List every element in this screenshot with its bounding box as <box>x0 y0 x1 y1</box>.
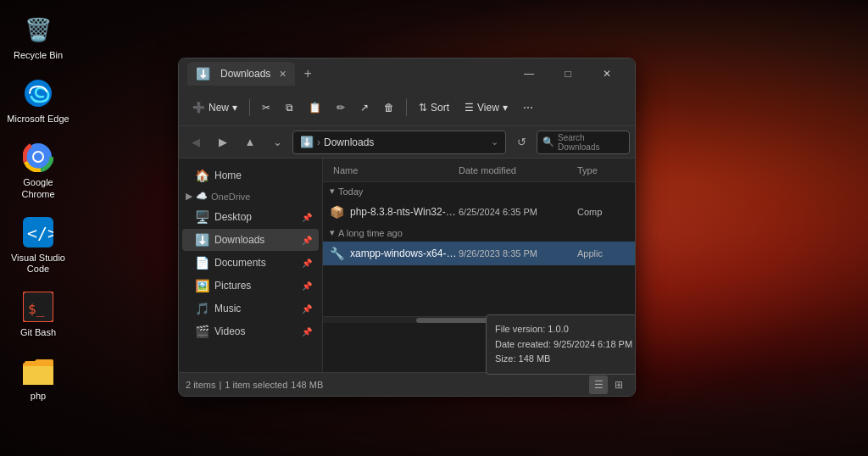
view-icon: ☰ <box>465 102 474 114</box>
delete-button[interactable]: 🗑 <box>377 94 401 121</box>
file-date-xampp: 9/26/2023 8:35 PM <box>459 248 577 259</box>
more-button[interactable]: ⋯ <box>516 94 540 121</box>
documents-pin-icon: 📌 <box>302 259 312 268</box>
php-folder-icon <box>21 353 55 387</box>
forward-button[interactable]: ▶ <box>211 131 235 154</box>
file-tooltip: File version: 1.0.0 Date created: 9/25/2… <box>486 314 635 372</box>
col-header-type[interactable]: Type <box>577 165 628 175</box>
path-separator: › <box>317 136 320 148</box>
new-button[interactable]: ➕ New ▾ <box>186 94 244 121</box>
desktop-sidebar-icon: 🖥️ <box>194 210 209 224</box>
search-icon: 🔍 <box>542 136 554 147</box>
videos-pin-icon: 📌 <box>302 327 312 336</box>
view-button[interactable]: ☰ View ▾ <box>458 94 515 121</box>
new-tab-button[interactable]: + <box>298 66 316 81</box>
sort-button[interactable]: ⇅ Sort <box>412 94 456 121</box>
pictures-pin-icon: 📌 <box>302 281 312 291</box>
content-area: 🏠 Home ▶ ☁️ OneDrive 🖥️ Desktop 📌 ⬇️ Dow… <box>179 158 635 372</box>
php-file-icon: 📦 <box>330 205 345 219</box>
tab-close-button[interactable]: ✕ <box>279 69 287 80</box>
desktop-pin-icon: 📌 <box>302 213 312 222</box>
cut-button[interactable]: ✂ <box>255 94 277 121</box>
details-view-button[interactable]: ☰ <box>589 375 608 394</box>
php-label: php <box>31 391 46 402</box>
new-label: New <box>209 102 229 114</box>
sidebar-item-home[interactable]: 🏠 Home <box>182 164 319 186</box>
downloads-pin-icon: 📌 <box>302 236 312 245</box>
file-date-php: 6/25/2024 6:35 PM <box>459 207 577 217</box>
sidebar-item-videos[interactable]: 🎬 Videos 📌 <box>182 320 319 342</box>
share-icon: ↗ <box>360 102 369 114</box>
back-button[interactable]: ◀ <box>184 131 208 154</box>
group-expand-today: ▾ <box>330 186 335 197</box>
sidebar-home-label: Home <box>214 170 242 181</box>
toolbar: ➕ New ▾ ✂ ⧉ 📋 ✏ ↗ 🗑 ⇅ Sort ☰ View <box>179 89 635 126</box>
home-icon: 🏠 <box>194 169 209 182</box>
group-header-old: ▾ A long time ago <box>323 224 635 242</box>
column-headers: Name Date modified Type <box>323 158 635 182</box>
desktop-icon-edge[interactable]: Microsoft Edge <box>7 76 70 125</box>
rename-icon: ✏ <box>337 102 345 114</box>
sidebar-item-downloads[interactable]: ⬇️ Downloads 📌 <box>182 229 319 251</box>
tab-title: Downloads <box>220 68 270 80</box>
edge-label: Microsoft Edge <box>7 114 69 125</box>
tiles-view-button[interactable]: ⊞ <box>609 375 628 394</box>
chrome-label: Google Chrome <box>7 177 70 199</box>
col-header-date[interactable]: Date modified <box>459 165 577 175</box>
svg-text:$_: $_ <box>28 301 45 317</box>
explorer-window: ⬇️ Downloads ✕ + — □ ✕ ➕ New ▾ ✂ ⧉ 📋 <box>178 58 636 397</box>
view-chevron: ▾ <box>503 102 508 114</box>
desktop-icon-gitbash[interactable]: $_ Git Bash <box>7 290 70 338</box>
file-name-xampp: xampp-windows-x64-8.2.4-0-VS16-installer <box>350 247 459 259</box>
sidebar-item-music[interactable]: 🎵 Music 📌 <box>182 298 319 320</box>
gitbash-label: Git Bash <box>20 327 56 338</box>
copy-button[interactable]: ⧉ <box>279 94 300 121</box>
up-button[interactable]: ▲ <box>238 131 262 154</box>
edge-icon <box>21 76 55 110</box>
address-bar: ◀ ▶ ▲ ⌄ ⬇️ › Downloads ⌄ ↺ 🔍 Search Down… <box>179 126 635 158</box>
desktop-icon-vscode[interactable]: </> Visual Studio Code <box>7 215 70 275</box>
address-path-bar[interactable]: ⬇️ › Downloads ⌄ <box>292 131 506 154</box>
maximize-button[interactable]: □ <box>548 58 587 89</box>
paste-button[interactable]: 📋 <box>302 94 328 121</box>
recycle-bin-label: Recycle Bin <box>14 50 63 61</box>
sidebar-onedrive-section[interactable]: ▶ ☁️ OneDrive <box>179 187 322 205</box>
sidebar-item-desktop[interactable]: 🖥️ Desktop 📌 <box>182 206 319 228</box>
documents-label: Documents <box>214 257 266 269</box>
desktop-icons: 🗑️ Recycle Bin Microsoft Edge Google Chr… <box>0 0 76 456</box>
table-row[interactable]: 🔧 xampp-windows-x64-8.2.4-0-VS16-install… <box>323 242 635 265</box>
close-button[interactable]: ✕ <box>587 58 626 89</box>
documents-icon: 📄 <box>194 256 209 270</box>
rename-button[interactable]: ✏ <box>330 94 352 121</box>
onedrive-icon: ☁️ <box>196 191 208 202</box>
sidebar-item-documents[interactable]: 📄 Documents 📌 <box>182 252 319 274</box>
group-label-old: A long time ago <box>338 228 403 238</box>
col-header-name[interactable]: Name <box>330 165 459 175</box>
videos-icon: 🎬 <box>194 325 209 338</box>
search-box[interactable]: 🔍 Search Downloads <box>537 131 630 154</box>
share-button[interactable]: ↗ <box>353 94 376 121</box>
recycle-bin-icon: 🗑️ <box>21 13 55 47</box>
sidebar-item-pictures[interactable]: 🖼️ Pictures 📌 <box>182 275 319 297</box>
gitbash-icon: $_ <box>21 290 55 324</box>
minimize-button[interactable]: — <box>509 58 548 89</box>
status-bar: 2 items | 1 item selected 148 MB ☰ ⊞ <box>179 372 635 396</box>
xampp-file-icon: 🔧 <box>330 247 345 260</box>
desktop-icon-recycle-bin[interactable]: 🗑️ Recycle Bin <box>7 13 70 61</box>
pictures-icon: 🖼️ <box>194 279 209 292</box>
copy-icon: ⧉ <box>286 102 293 114</box>
desktop-icon-chrome[interactable]: Google Chrome <box>7 140 70 199</box>
refresh-button[interactable]: ↺ <box>509 131 533 154</box>
svg-point-6 <box>34 153 42 161</box>
file-name-php: php-8.3.8-nts-Win32-vs16-x64 <box>350 206 459 218</box>
paste-icon: 📋 <box>309 102 321 114</box>
onedrive-label: OneDrive <box>211 192 250 202</box>
file-type-php: Comp <box>577 207 628 217</box>
sidebar: 🏠 Home ▶ ☁️ OneDrive 🖥️ Desktop 📌 ⬇️ Dow… <box>179 158 323 372</box>
new-chevron: ▾ <box>232 102 237 114</box>
tooltip-line1: File version: 1.0.0 <box>495 322 635 337</box>
tab-downloads[interactable]: ⬇️ Downloads ✕ <box>187 62 295 86</box>
desktop-icon-php[interactable]: php <box>7 353 70 402</box>
table-row[interactable]: 📦 php-8.3.8-nts-Win32-vs16-x64 6/25/2024… <box>323 200 635 224</box>
recent-button[interactable]: ⌄ <box>265 131 289 154</box>
